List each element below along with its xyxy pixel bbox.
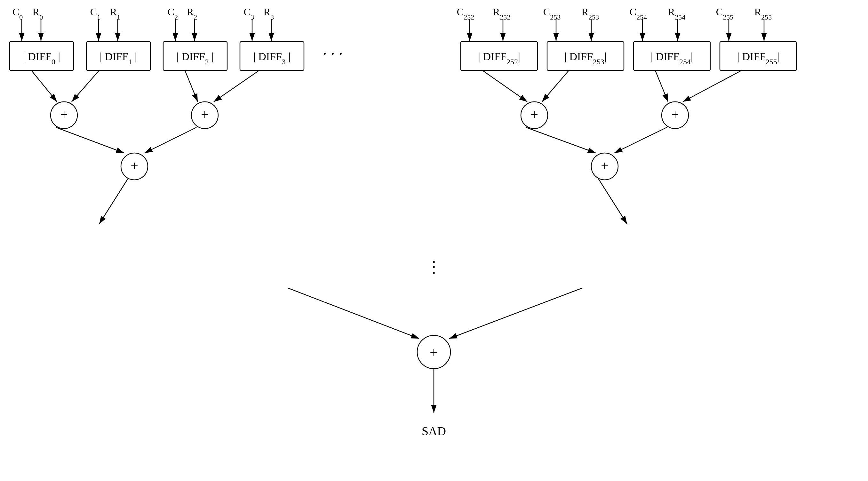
- adder-final-plus: +: [430, 344, 438, 360]
- svg-line-32: [683, 70, 742, 102]
- svg-line-40: [614, 127, 667, 153]
- dots-vertical: ⋮: [426, 258, 442, 275]
- label-c0: C0: [12, 6, 23, 21]
- label-r253: R253: [582, 6, 599, 21]
- diagram-svg: | DIFF0 | | DIFF1 | | DIFF2 | | DIFF3 | …: [0, 0, 868, 481]
- svg-line-43: [99, 179, 128, 224]
- svg-line-27: [185, 70, 198, 102]
- svg-line-30: [542, 70, 569, 102]
- svg-line-28: [214, 70, 259, 102]
- svg-line-25: [31, 70, 57, 102]
- diagram-container: | DIFF0 | | DIFF1 | | DIFF2 | | DIFF3 | …: [0, 0, 868, 481]
- label-c254: C254: [630, 6, 647, 21]
- svg-line-37: [56, 127, 124, 153]
- label-r0: R0: [33, 6, 43, 21]
- adder-right2-plus: +: [671, 107, 679, 122]
- label-c255: C255: [716, 6, 733, 21]
- sad-label: SAD: [422, 424, 446, 438]
- label-r254: R254: [668, 6, 685, 21]
- adder-left3-plus: +: [130, 158, 138, 173]
- label-r3: R3: [264, 6, 274, 21]
- adder-right1-plus: +: [530, 107, 538, 122]
- svg-line-45: [288, 288, 419, 339]
- label-r255: R255: [754, 6, 772, 21]
- svg-line-29: [483, 70, 527, 102]
- svg-line-38: [145, 127, 196, 153]
- label-c2: C2: [168, 6, 178, 21]
- label-c252: C252: [457, 6, 474, 21]
- svg-line-44: [598, 179, 627, 224]
- label-r1: R1: [110, 6, 120, 21]
- label-r252: R252: [493, 6, 510, 21]
- adder-left1-plus: +: [60, 107, 68, 122]
- svg-line-46: [449, 288, 582, 339]
- label-c253: C253: [543, 6, 561, 21]
- label-c1: C1: [90, 6, 100, 21]
- svg-line-26: [72, 70, 99, 102]
- adder-right3-plus: +: [601, 158, 609, 173]
- adder-left2-plus: +: [201, 107, 209, 122]
- label-r2: R2: [187, 6, 197, 21]
- svg-line-31: [655, 70, 668, 102]
- label-c3: C3: [244, 6, 254, 21]
- dots-horizontal: · · ·: [323, 45, 343, 63]
- svg-line-39: [526, 127, 596, 153]
